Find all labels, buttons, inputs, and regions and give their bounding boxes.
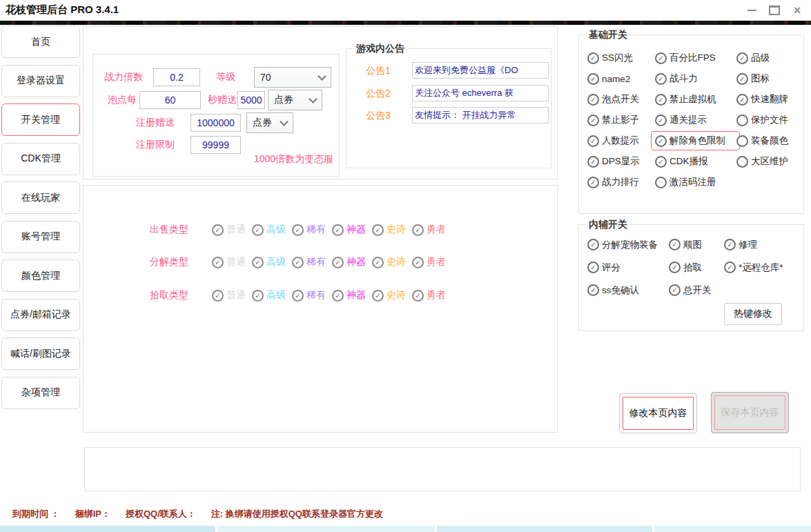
type-option-label: 普通 bbox=[226, 289, 246, 302]
type-option[interactable]: 高级 bbox=[252, 224, 286, 236]
type-option[interactable]: 史诗 bbox=[372, 224, 406, 236]
type-option[interactable]: 神器 bbox=[332, 289, 366, 302]
type-option-label: 普通 bbox=[226, 256, 246, 268]
type-option[interactable]: 普通 bbox=[212, 256, 246, 268]
switch-item[interactable]: 泡点开关 bbox=[587, 93, 655, 106]
switch-item[interactable]: 快速翻牌 bbox=[736, 93, 811, 106]
sidebar-item[interactable]: 杂项管理 bbox=[1, 377, 80, 409]
switch-label: CDK播报 bbox=[670, 155, 708, 168]
log-panel bbox=[84, 447, 801, 491]
announcement-input[interactable]: 关注公众号 echeverra 获 bbox=[412, 85, 549, 101]
sidebar-item[interactable]: 登录器设置 bbox=[1, 65, 80, 97]
switch-item[interactable]: 禁止影子 bbox=[587, 114, 655, 126]
register-gift-input[interactable]: 1000000 bbox=[190, 114, 241, 132]
type-row-label: 拾取类型 bbox=[150, 289, 188, 302]
switch-item[interactable]: name2 bbox=[587, 73, 655, 85]
switch-item[interactable]: CDK播报 bbox=[655, 155, 736, 168]
checkbox-checked-icon bbox=[292, 257, 304, 268]
switch-label: 评分 bbox=[602, 262, 621, 274]
switch-item[interactable]: 修理 bbox=[724, 239, 805, 251]
type-option[interactable]: 神器 bbox=[332, 224, 366, 236]
gift-amount-input[interactable]: 5000 bbox=[237, 91, 265, 109]
switch-item[interactable]: ss免确认 bbox=[587, 284, 669, 297]
sidebar-item[interactable]: 首页 bbox=[1, 26, 80, 58]
switch-item[interactable]: SS闪光 bbox=[587, 52, 655, 64]
close-button[interactable]: × bbox=[792, 5, 803, 16]
type-option-label: 神器 bbox=[346, 224, 366, 236]
switch-item[interactable]: 通关提示 bbox=[655, 114, 736, 126]
sidebar-item[interactable]: 点券/邮箱记录 bbox=[1, 299, 80, 331]
type-option-label: 史诗 bbox=[387, 289, 406, 302]
switch-item[interactable]: *远程仓库* bbox=[724, 262, 805, 274]
basic-switches-box: 基础开关 SS闪光 百分比FPS 品级 name2 战斗力 图标 泡点开关 禁止… bbox=[578, 35, 804, 214]
type-option[interactable]: 神器 bbox=[332, 256, 366, 268]
switch-item[interactable]: 百分比FPS bbox=[655, 52, 736, 64]
switch-item[interactable]: 拾取 bbox=[669, 262, 724, 274]
minimize-button[interactable] bbox=[746, 5, 757, 16]
switch-item[interactable]: 战力排行 bbox=[587, 176, 655, 188]
sidebar-item[interactable]: 颜色管理 bbox=[1, 259, 80, 292]
type-option[interactable]: 勇者 bbox=[412, 224, 446, 236]
switch-item[interactable]: 总开关 bbox=[669, 284, 724, 297]
type-option[interactable]: 稀有 bbox=[292, 224, 326, 236]
sidebar-item[interactable]: 喊话/刷图记录 bbox=[1, 337, 80, 370]
switch-label: 拾取 bbox=[683, 262, 702, 274]
checkbox-checked-icon bbox=[587, 284, 599, 296]
switch-item[interactable]: 装备颜色 bbox=[736, 135, 811, 147]
switch-item[interactable]: 人数提示 bbox=[587, 135, 655, 147]
type-option[interactable]: 勇者 bbox=[412, 256, 446, 268]
switch-item[interactable]: 大区维护 bbox=[736, 155, 811, 168]
switch-item[interactable]: 战斗力 bbox=[655, 72, 736, 85]
switch-item[interactable]: 禁止虚拟机 bbox=[655, 93, 736, 106]
switch-item[interactable]: 解除角色限制 bbox=[651, 131, 740, 150]
switch-label: name2 bbox=[602, 74, 630, 84]
hotkey-modify-button[interactable]: 热键修改 bbox=[724, 303, 782, 325]
type-option[interactable]: 普通 bbox=[212, 224, 246, 236]
type-option[interactable]: 史诗 bbox=[372, 256, 406, 268]
type-option-label: 高级 bbox=[266, 224, 286, 236]
power-ratio-label: 战力倍数 bbox=[104, 71, 143, 83]
gift-currency-select[interactable]: 点券 bbox=[268, 90, 322, 110]
sidebar-item-label: 颜色管理 bbox=[21, 270, 60, 282]
sidebar-item[interactable]: 账号管理 bbox=[1, 221, 80, 253]
app-title: 花枝管理后台 PRO 3.4.1 bbox=[6, 3, 119, 17]
type-option[interactable]: 高级 bbox=[252, 289, 286, 302]
switch-item[interactable]: DPS显示 bbox=[587, 155, 655, 168]
sidebar-item[interactable]: CDK管理 bbox=[1, 143, 80, 175]
type-option[interactable]: 稀有 bbox=[292, 256, 326, 268]
type-option[interactable]: 勇者 bbox=[412, 289, 446, 302]
register-limit-input[interactable]: 99999 bbox=[190, 136, 241, 154]
maximize-button[interactable] bbox=[769, 5, 780, 16]
save-page-button[interactable]: 保存本页内容 bbox=[711, 392, 789, 433]
switch-item[interactable]: 品级 bbox=[736, 52, 811, 64]
switch-item[interactable]: 保护文件 bbox=[736, 114, 811, 126]
pop-interval-input[interactable]: 60 bbox=[139, 91, 201, 109]
sidebar-item[interactable]: 开关管理 bbox=[1, 104, 80, 136]
sidebar-item-label: 喊话/刷图记录 bbox=[10, 348, 71, 360]
inner-switches-title: 内辅开关 bbox=[586, 219, 630, 231]
switch-item[interactable]: 图标 bbox=[736, 72, 811, 85]
level-select[interactable]: 70 bbox=[254, 67, 331, 88]
sidebar-item-label: CDK管理 bbox=[21, 152, 61, 165]
sidebar-item[interactable]: 在线玩家 bbox=[1, 181, 80, 214]
announcement-input[interactable]: 欢迎来到免费公益服《DO bbox=[412, 62, 549, 79]
seconds-gift-label: 秒赠送 bbox=[208, 94, 237, 106]
type-option[interactable]: 稀有 bbox=[292, 289, 326, 302]
switch-item[interactable]: 评分 bbox=[587, 262, 669, 274]
announcement-input[interactable]: 友情提示： 开挂战力异常 bbox=[412, 107, 549, 124]
minimize-icon bbox=[748, 10, 756, 11]
type-option[interactable]: 普通 bbox=[212, 289, 246, 302]
type-option[interactable]: 高级 bbox=[252, 256, 286, 268]
modify-page-button[interactable]: 修改本页内容 bbox=[619, 393, 697, 433]
switch-item[interactable]: 顺图 bbox=[669, 239, 724, 251]
switch-item[interactable]: 激活码注册 bbox=[655, 176, 736, 188]
type-option-label: 勇者 bbox=[427, 256, 446, 268]
switch-item[interactable]: 分解宠物装备 bbox=[587, 239, 669, 251]
type-option-label: 高级 bbox=[266, 289, 286, 302]
type-option[interactable]: 史诗 bbox=[372, 289, 406, 302]
switch-label: 分解宠物装备 bbox=[602, 239, 658, 251]
checkbox-checked-icon bbox=[412, 224, 424, 236]
power-ratio-input[interactable]: 0.2 bbox=[153, 68, 200, 86]
register-currency-select[interactable]: 点券 bbox=[246, 112, 293, 133]
switch-label: 修理 bbox=[739, 239, 757, 251]
